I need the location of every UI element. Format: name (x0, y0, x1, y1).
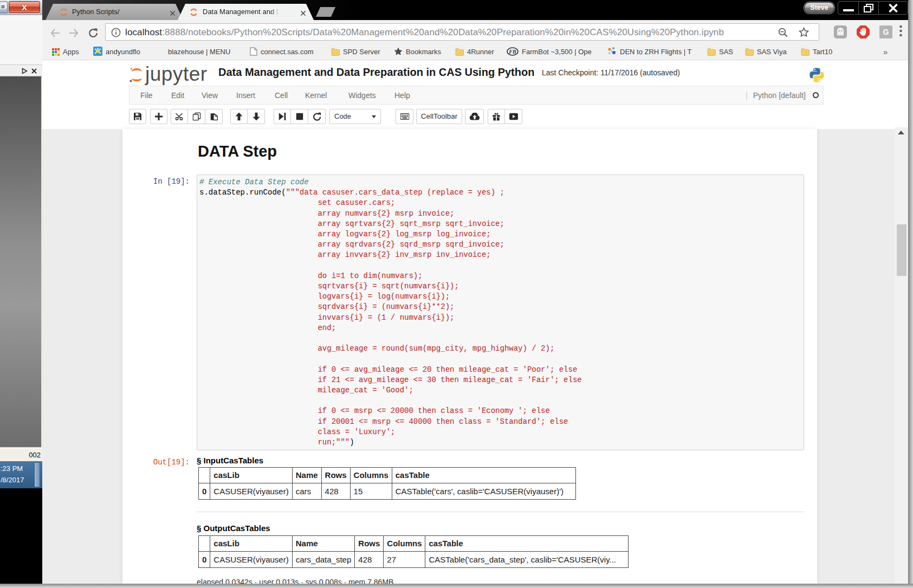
svg-text:FB: FB (508, 49, 516, 55)
svg-text:G: G (883, 28, 889, 36)
